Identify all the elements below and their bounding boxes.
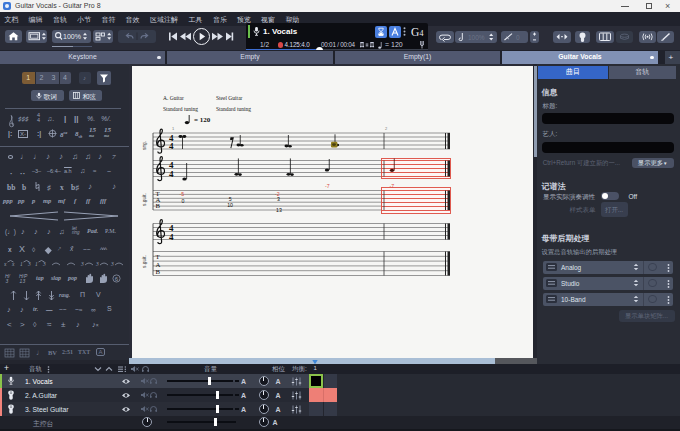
svg-text:B: B	[156, 268, 161, 275]
svg-text:-7: -7	[325, 183, 330, 189]
svg-text:1: 1	[172, 126, 175, 131]
svg-text:2: 2	[385, 126, 388, 131]
svg-text:6: 6	[115, 276, 119, 282]
svg-text:-5: -5	[180, 191, 185, 197]
svg-text:x: x	[4, 261, 7, 267]
svg-text:3: 3	[110, 261, 114, 267]
svg-text:0: 0	[182, 198, 185, 204]
svg-text:-7: -7	[390, 183, 395, 189]
svg-text:-2: -2	[275, 191, 280, 197]
svg-text:13: 13	[276, 207, 282, 213]
svg-text:4: 4	[169, 141, 174, 151]
svg-text:4: 4	[169, 232, 174, 242]
svg-text:1: 1	[35, 261, 38, 267]
svg-text:A: A	[156, 261, 161, 268]
svg-text:3: 3	[80, 261, 84, 267]
svg-text:10: 10	[227, 202, 233, 208]
svg-text:4: 4	[169, 169, 174, 179]
svg-text:3: 3	[95, 261, 99, 267]
svg-text:1: 1	[20, 261, 23, 267]
svg-text:B: B	[156, 202, 161, 209]
